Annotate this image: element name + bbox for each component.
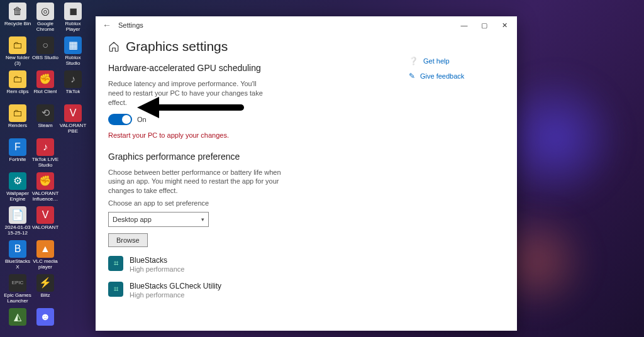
desktop-icon-glyph: V xyxy=(36,206,54,224)
desktop-icon[interactable]: ▲VLC media player xyxy=(31,240,59,273)
desktop-icon-label: VLC media player xyxy=(31,259,59,270)
desktop-icon[interactable]: ◼Roblox Player xyxy=(59,3,87,35)
desktop-icon[interactable]: VVALORANT PBE xyxy=(59,104,87,137)
desktop-icon xyxy=(59,274,87,307)
desktop-icon-glyph: F xyxy=(9,138,26,156)
desktop-icon[interactable]: FFortnite xyxy=(4,138,31,171)
desktop-icon xyxy=(59,138,87,171)
desktop-icon-glyph: ▲ xyxy=(36,240,54,258)
desktop-icon-glyph: ♪ xyxy=(36,138,54,156)
give-feedback-link[interactable]: ✎ Give feedback xyxy=(409,72,504,80)
desktop-icon[interactable]: ♪TikTok LIVE Studio xyxy=(31,138,59,171)
desktop-icon-glyph: ♪ xyxy=(64,70,82,88)
desktop-icon xyxy=(59,172,87,205)
desktop-icon-glyph: ◎ xyxy=(36,3,54,20)
desktop-icon[interactable]: ⟲Steam xyxy=(31,104,59,137)
app-name: BlueStacks xyxy=(130,256,184,265)
desktop-icon-label: 2024-01-03 15-25-12 xyxy=(4,225,31,236)
desktop-icon-label: Steam xyxy=(38,123,52,129)
desktop-icon[interactable]: ○OBS Studio xyxy=(31,36,59,69)
desktop-icon-label: Roblox Studio xyxy=(59,55,87,67)
desktop-icon xyxy=(59,240,87,273)
desktop-icon-glyph: 🗑 xyxy=(9,3,26,20)
app-pref: High performance xyxy=(130,291,221,299)
settings-window: ← Settings — ▢ ✕ Graphics settings Hardw… xyxy=(96,16,517,331)
desktop-icon-glyph: ⟲ xyxy=(36,104,54,122)
desktop-icon-label: VALORANT PBE xyxy=(59,123,87,135)
browse-button[interactable]: Browse xyxy=(108,233,148,247)
titlebar: ← Settings — ▢ ✕ xyxy=(96,16,517,34)
settings-main: Graphics settings Hardware-accelerated G… xyxy=(108,39,397,299)
desktop-icon-glyph: B xyxy=(9,240,26,258)
desktop-icon[interactable]: ⚡Blitz xyxy=(31,274,59,307)
desktop-icon-glyph: 🗀 xyxy=(9,104,26,122)
back-button[interactable]: ← xyxy=(101,20,113,30)
help-icon: ❔ xyxy=(409,57,418,65)
desktop-icon-glyph: ✊ xyxy=(36,70,54,88)
settings-side-links: ❔ Get help ✎ Give feedback xyxy=(397,39,504,299)
app-type-select-value: Desktop app xyxy=(113,216,152,223)
desktop-icon-glyph: ☻ xyxy=(36,308,54,326)
desktop-icon-label: TikTok xyxy=(66,89,80,95)
desktop-icon[interactable]: 🗀Rem clips xyxy=(4,70,31,103)
app-name: BlueStacks GLCheck Utility xyxy=(130,282,221,290)
window-title: Settings xyxy=(118,21,454,29)
perf-pref-desc: Choose between better performance or bat… xyxy=(108,168,297,196)
desktop-icon[interactable]: BBlueStacks X xyxy=(4,240,31,273)
desktop-icon-label: Fortnite xyxy=(9,157,26,163)
maximize-button[interactable]: ▢ xyxy=(474,18,494,32)
desktop-icon[interactable]: 📄2024-01-03 15-25-12 xyxy=(4,206,31,239)
desktop-icon: ☻ xyxy=(31,308,59,337)
give-feedback-label: Give feedback xyxy=(420,72,464,80)
close-button[interactable]: ✕ xyxy=(494,18,514,32)
desktop-icon-label: Wallpaper Engine xyxy=(4,191,31,202)
desktop-icon-label: BlueStacks X xyxy=(4,259,31,270)
desktop-icon[interactable]: ♪TikTok xyxy=(59,70,87,103)
desktop-icon[interactable]: ◎Google Chrome xyxy=(31,3,59,35)
desktop-icon-glyph: 🗀 xyxy=(9,70,26,88)
desktop-icon-glyph: EPIC xyxy=(9,274,26,292)
desktop-icon-label: Google Chrome xyxy=(31,21,59,33)
desktop-icon-label: Renders xyxy=(8,123,27,129)
desktop-icon[interactable]: 🗀New folder (3) xyxy=(4,36,31,69)
gpu-scheduling-heading: Hardware-accelerated GPU scheduling xyxy=(108,63,397,73)
gpu-scheduling-toggle-label: On xyxy=(137,116,147,123)
desktop-icon-glyph: ⚙ xyxy=(9,172,26,190)
app-pref: High performance xyxy=(130,265,184,273)
app-list-item[interactable]: ⌗BlueStacks GLCheck UtilityHigh performa… xyxy=(108,282,397,299)
desktop-icon xyxy=(59,206,87,239)
desktop-icon-label: Rem clips xyxy=(6,89,28,95)
desktop-icon-label: VALORANT xyxy=(32,225,59,231)
desktop-icon[interactable]: ▦Roblox Studio xyxy=(59,36,87,69)
minimize-button[interactable]: — xyxy=(454,18,474,32)
desktop-icon-glyph: ◼ xyxy=(64,3,82,20)
desktop-icon[interactable]: VVALORANT xyxy=(31,206,59,239)
desktop-icon[interactable]: ⚙Wallpaper Engine xyxy=(4,172,31,205)
desktop-icon[interactable]: ✊Riot Client xyxy=(31,70,59,103)
app-icon: ⌗ xyxy=(108,256,123,271)
home-icon xyxy=(108,41,119,52)
desktop-icon-glyph: ✊ xyxy=(36,172,54,190)
desktop-icon[interactable]: ✊VALORANT Influence… xyxy=(31,172,59,205)
desktop-icon: ◭ xyxy=(4,308,31,337)
desktop-icons-grid: 🗑Recycle Bin◎Google Chrome◼Roblox Player… xyxy=(4,3,87,337)
gpu-scheduling-desc: Reduce latency and improve performance. … xyxy=(108,79,265,108)
get-help-link[interactable]: ❔ Get help xyxy=(409,57,504,65)
desktop-icon-glyph: 📄 xyxy=(9,206,26,224)
desktop-icon[interactable]: 🗀Renders xyxy=(4,104,31,137)
restart-warning: Restart your PC to apply your changes. xyxy=(108,131,397,139)
desktop-icon-label: Recycle Bin xyxy=(4,21,31,27)
choose-app-label: Choose an app to set preference xyxy=(108,199,397,207)
get-help-label: Get help xyxy=(423,57,450,65)
app-icon: ⌗ xyxy=(108,282,123,297)
chevron-down-icon: ▾ xyxy=(201,216,204,223)
gpu-scheduling-toggle[interactable] xyxy=(108,114,132,125)
desktop-icon[interactable]: EPICEpic Games Launcher xyxy=(4,274,31,307)
desktop-icon-glyph: ○ xyxy=(36,36,54,54)
desktop-icon-glyph: ◭ xyxy=(9,308,26,326)
perf-pref-heading: Graphics performance preference xyxy=(108,152,397,162)
app-type-select[interactable]: Desktop app ▾ xyxy=(108,212,209,227)
app-list-item[interactable]: ⌗BlueStacksHigh performance xyxy=(108,256,397,273)
desktop-icon-glyph: V xyxy=(64,104,82,122)
desktop-icon[interactable]: 🗑Recycle Bin xyxy=(4,3,31,35)
